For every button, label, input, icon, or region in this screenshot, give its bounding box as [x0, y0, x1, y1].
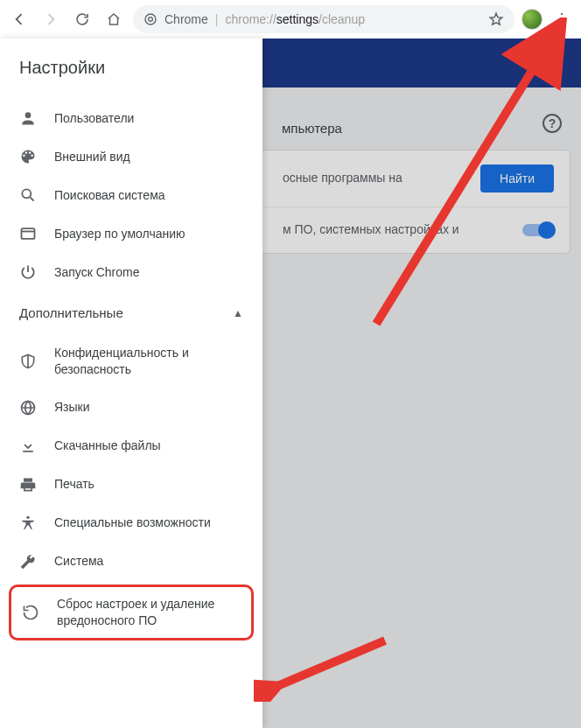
svg-point-3 [25, 112, 32, 118]
browser-toolbar: Chrome | chrome://settings/cleanup ⋮ [0, 0, 581, 38]
sidebar-item-label: Запуск Chrome [54, 264, 243, 281]
sidebar-item-label: Браузер по умолчанию [54, 226, 243, 242]
omnibox[interactable]: Chrome | chrome://settings/cleanup [133, 5, 514, 33]
sidebar-item-default-browser[interactable]: Браузер по умолчанию [0, 214, 262, 253]
svg-point-0 [145, 14, 156, 24]
sidebar-item-label: Система [54, 553, 243, 570]
advanced-label: Дополнительные [19, 305, 123, 320]
svg-point-2 [547, 57, 557, 67]
sidebar-item-search-engine[interactable]: Поисковая система [0, 176, 262, 214]
browser-icon [19, 225, 37, 242]
omnibox-separator: | [215, 12, 219, 26]
sidebar-item-accessibility[interactable]: Специальные возможности [0, 504, 262, 542]
sidebar-item-label: Специальные возможности [54, 514, 243, 531]
reload-icon[interactable] [70, 7, 94, 32]
svg-point-7 [26, 515, 29, 518]
globe-icon [19, 399, 37, 416]
chevron-up-icon: ▲ [233, 307, 243, 319]
sidebar-item-reset-cleanup[interactable]: Сброс настроек и удаление вредоносного П… [11, 587, 251, 638]
sidebar-item-label: Сброс настроек и удаление вредоносного П… [57, 596, 241, 629]
sidebar-item-printing[interactable]: Печать [0, 466, 262, 504]
sidebar-item-label: Внешний вид [54, 149, 243, 165]
forward-icon[interactable] [38, 7, 63, 32]
sidebar-title: Настройки [0, 38, 262, 99]
omnibox-product: Chrome [164, 12, 208, 26]
star-icon[interactable] [488, 11, 504, 27]
settings-sidebar: Настройки Пользователи Внешний вид Поиск… [0, 38, 262, 728]
help-icon[interactable]: ? [542, 114, 562, 133]
row-text: осные программы на [283, 170, 466, 187]
sidebar-item-system[interactable]: Система [0, 542, 262, 581]
download-icon [19, 438, 37, 455]
back-icon[interactable] [7, 7, 32, 32]
sidebar-item-privacy[interactable]: Конфиденциальность и безопасность [0, 334, 262, 388]
sidebar-item-label: Печать [54, 476, 243, 493]
search-icon[interactable] [542, 52, 564, 74]
sidebar-item-label: Языки [54, 399, 243, 416]
power-icon [19, 263, 37, 281]
search-icon [19, 186, 37, 204]
user-icon [19, 109, 37, 127]
find-button[interactable]: Найти [480, 164, 554, 192]
print-icon [19, 476, 37, 494]
sidebar-item-downloads[interactable]: Скачанные файлы [0, 427, 262, 466]
svg-rect-5 [22, 228, 35, 239]
avatar[interactable] [522, 9, 542, 30]
report-toggle[interactable] [522, 224, 554, 236]
accessibility-icon [19, 514, 37, 532]
svg-point-1 [149, 18, 153, 22]
sidebar-item-on-startup[interactable]: Запуск Chrome [0, 253, 262, 291]
sidebar-item-label: Поисковая система [54, 187, 243, 204]
kebab-menu-icon[interactable]: ⋮ [550, 7, 574, 32]
row-text: м ПО, системных настройках и [283, 221, 508, 239]
palette-icon [19, 148, 37, 165]
sidebar-item-users[interactable]: Пользователи [0, 99, 262, 137]
home-icon[interactable] [102, 7, 126, 32]
sidebar-item-label: Скачанные файлы [54, 438, 243, 454]
sidebar-item-label: Конфиденциальность и безопасность [54, 345, 243, 378]
chrome-logo-icon [144, 12, 158, 26]
sidebar-advanced-toggle[interactable]: Дополнительные ▲ [0, 291, 262, 334]
svg-point-4 [22, 189, 31, 198]
sidebar-item-appearance[interactable]: Внешний вид [0, 137, 262, 176]
restore-icon [22, 604, 39, 621]
highlight-annotation: Сброс настроек и удаление вредоносного П… [9, 584, 254, 640]
shield-icon [19, 353, 37, 370]
sidebar-item-languages[interactable]: Языки [0, 388, 262, 427]
wrench-icon [19, 553, 37, 570]
sidebar-item-label: Пользователи [54, 110, 243, 127]
omnibox-url: chrome://settings/cleanup [225, 12, 365, 26]
